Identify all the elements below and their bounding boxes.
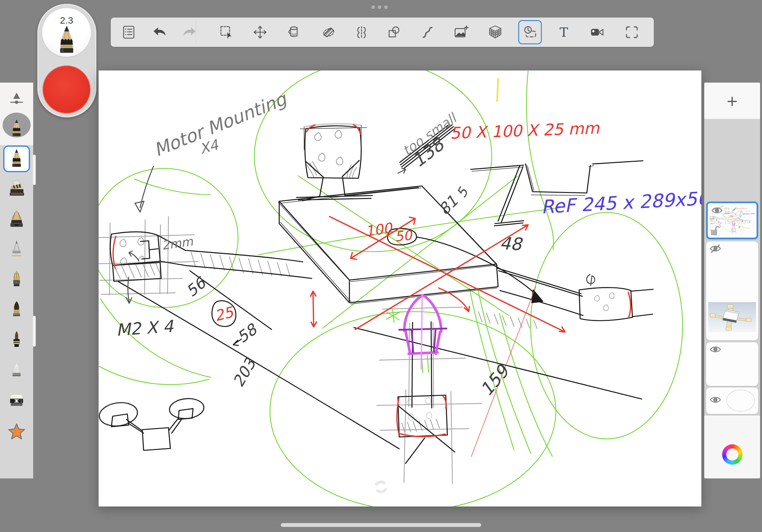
tool-current-pencil[interactable] — [0, 114, 33, 143]
home-indicator[interactable] — [281, 523, 481, 527]
fill-bucket-icon[interactable] — [284, 22, 304, 42]
layer-item-3d-reference-hidden[interactable] — [706, 241, 758, 340]
tool-paint-brush[interactable] — [0, 326, 33, 355]
grid-3d-icon[interactable] — [485, 22, 505, 42]
pencil-icon — [9, 119, 25, 138]
ellipse-thumbnail — [706, 387, 758, 414]
redo-icon[interactable] — [179, 22, 200, 42]
rail-scroll-thumb[interactable] — [33, 155, 36, 185]
video-icon[interactable] — [587, 22, 608, 42]
tool-pencil-selected[interactable] — [0, 144, 33, 173]
text-tool-icon[interactable]: T — [554, 22, 574, 42]
tool-ink-brush[interactable] — [0, 296, 33, 325]
visibility-eye-icon[interactable] — [711, 206, 723, 215]
multitask-dots-icon[interactable] — [371, 5, 388, 9]
visibility-eye-icon[interactable] — [709, 345, 722, 354]
undo-icon[interactable] — [149, 22, 170, 42]
color-panel — [704, 416, 760, 478]
tool-fineliner[interactable] — [0, 235, 33, 264]
rail-scroll-thumb[interactable] — [33, 316, 36, 347]
main-toolbar: T — [111, 18, 654, 47]
stroke-size-slider-icon[interactable] — [0, 84, 33, 113]
layers-panel: + — [704, 83, 760, 478]
drawing-canvas[interactable]: Motor Mounting X4 too small 138 81 5 48 … — [99, 71, 701, 506]
app-window: T 2.3 — [0, 0, 762, 532]
layer-item-sketch-active[interactable] — [706, 202, 758, 239]
shapes-icon[interactable] — [384, 22, 404, 42]
layer-item-ellipse[interactable] — [706, 387, 758, 414]
color-wheel-icon[interactable] — [722, 444, 742, 465]
svg-text:T: T — [560, 25, 568, 39]
tool-eraser[interactable] — [0, 386, 33, 416]
active-brush-capsule: 2.3 — [37, 4, 96, 117]
stroke-curve-icon[interactable] — [418, 22, 438, 42]
tool-soft-pastel[interactable] — [0, 356, 33, 386]
import-image-icon[interactable] — [451, 22, 471, 42]
menu-icon[interactable] — [119, 22, 139, 42]
move-icon[interactable] — [250, 22, 270, 42]
unlock-icon[interactable] — [710, 226, 720, 236]
select-icon[interactable] — [216, 22, 237, 42]
add-layer-label: + — [727, 90, 738, 112]
pencil-icon — [8, 149, 25, 169]
tool-fountain-pen[interactable] — [0, 265, 33, 295]
add-layer-button[interactable]: + — [704, 83, 760, 119]
favorites-star-icon[interactable] — [0, 417, 33, 446]
drone-sketch: Motor Mounting X4 too small 138 81 5 48 … — [99, 71, 701, 506]
timelapse-icon[interactable] — [519, 22, 540, 42]
3d-render-thumbnail — [708, 302, 756, 332]
brush-size-preview[interactable]: 2.3 — [42, 8, 91, 57]
layer-item-empty[interactable] — [706, 342, 758, 386]
tool-airbrush[interactable] — [0, 205, 33, 234]
measure-icon[interactable] — [319, 22, 339, 42]
tool-chisel-marker[interactable] — [0, 174, 33, 204]
active-color-swatch[interactable] — [42, 65, 91, 113]
visibility-eye-off-icon[interactable] — [709, 244, 722, 253]
tool-rail — [0, 83, 33, 478]
pencil-preview-icon — [56, 25, 78, 56]
fullscreen-icon[interactable] — [622, 22, 642, 42]
brush-size-value: 2.3 — [42, 15, 91, 26]
symmetry-icon[interactable] — [351, 22, 372, 42]
